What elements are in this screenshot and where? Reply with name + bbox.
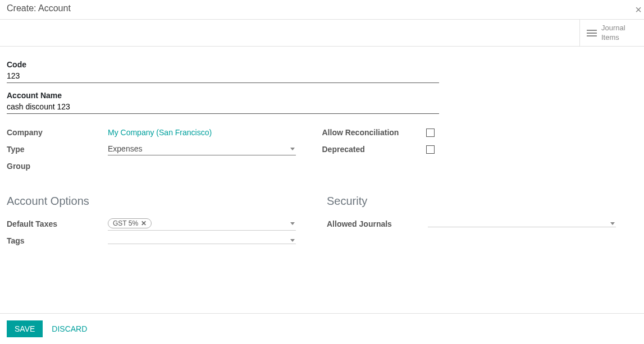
type-label: Type xyxy=(7,145,108,154)
allow-reconciliation-checkbox[interactable] xyxy=(426,129,435,137)
list-icon xyxy=(587,30,597,36)
chevron-down-icon xyxy=(290,222,295,225)
allowed-journals-select[interactable] xyxy=(428,221,616,227)
modal-footer: SAVE DISCARD xyxy=(0,313,644,344)
code-label: Code xyxy=(7,60,637,69)
chevron-down-icon xyxy=(290,148,295,150)
account-options-title: Account Options xyxy=(7,195,327,208)
security-title: Security xyxy=(327,195,637,208)
default-taxes-label: Default Taxes xyxy=(7,219,108,228)
modal-title: Create: Account xyxy=(7,3,71,13)
group-label: Group xyxy=(7,162,108,171)
default-taxes-select[interactable]: GST 5% ✕ xyxy=(108,217,296,231)
remove-tag-icon[interactable]: ✕ xyxy=(141,219,147,227)
close-icon[interactable]: × xyxy=(635,3,642,16)
save-button[interactable]: SAVE xyxy=(7,320,43,337)
allow-reconciliation-label: Allow Reconciliation xyxy=(322,128,426,137)
chevron-down-icon xyxy=(290,239,295,242)
discard-button[interactable]: DISCARD xyxy=(52,324,87,333)
company-link[interactable]: My Company (San Francisco) xyxy=(108,128,322,137)
stat-button-text: Journal Items xyxy=(601,24,625,43)
allowed-journals-label: Allowed Journals xyxy=(327,219,428,228)
journal-items-button[interactable]: Journal Items xyxy=(579,20,644,46)
company-label: Company xyxy=(7,128,108,137)
tax-tag: GST 5% ✕ xyxy=(108,218,152,228)
stat-bar: Journal Items xyxy=(0,20,644,47)
deprecated-checkbox[interactable] xyxy=(426,145,435,154)
type-value: Expenses xyxy=(108,144,142,153)
tags-select[interactable] xyxy=(108,238,296,244)
account-name-label: Account Name xyxy=(7,91,637,100)
modal-header: Create: Account × xyxy=(0,0,644,19)
code-input[interactable] xyxy=(7,70,439,83)
tax-tag-label: GST 5% xyxy=(113,219,138,227)
chevron-down-icon xyxy=(610,222,615,225)
tags-label: Tags xyxy=(7,236,108,245)
account-name-input[interactable] xyxy=(7,101,439,114)
form-body: Code Account Name Company My Company (Sa… xyxy=(0,47,644,254)
deprecated-label: Deprecated xyxy=(322,145,426,154)
type-select[interactable]: Expenses xyxy=(108,143,296,155)
